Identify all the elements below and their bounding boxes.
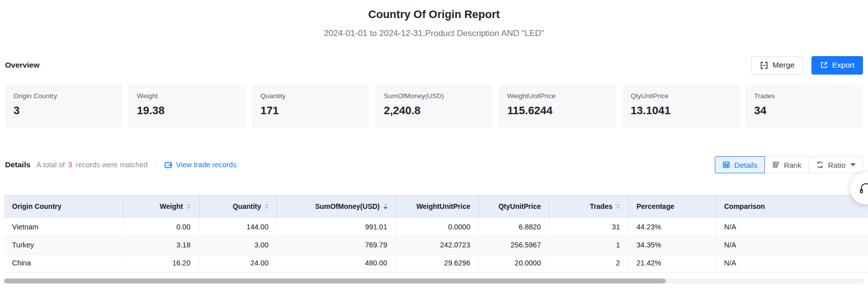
card-label: Origin Country	[14, 92, 114, 100]
table-header-row: Origin Country Weight Quantity SumOfMone…	[4, 195, 868, 218]
cell-weight: 3.18	[123, 236, 199, 254]
card-value: 13.1041	[631, 104, 731, 117]
cell-weight: 16.20	[123, 254, 199, 272]
column-header-trades[interactable]: Trades	[549, 195, 628, 218]
cell-origin-country: China	[4, 254, 123, 272]
table-row-turkey[interactable]: Turkey 3.18 3.00 769.79 242.0723 256.596…	[4, 236, 868, 254]
matched-records-count: 3	[68, 161, 72, 169]
view-trade-records-link[interactable]: View trade records	[164, 161, 237, 169]
cell-comparison: N/A	[716, 218, 868, 236]
view-mode-rank-button[interactable]: Rank	[764, 156, 809, 173]
cell-sum-of-money: 480.00	[277, 254, 395, 272]
cell-trades: 31	[549, 218, 628, 236]
overview-card-sum-of-money: SumOfMoney(USD) 2,240.8	[375, 85, 493, 128]
cell-percentage: 21.42%	[628, 254, 716, 272]
sort-icon-descending-active[interactable]	[383, 203, 387, 209]
cell-comparison: N/A	[716, 254, 868, 272]
ratio-icon	[816, 161, 824, 169]
details-summary: Details A total of 3 records were matche…	[5, 160, 236, 169]
overview-card-quantity: Quantity 171	[252, 85, 369, 128]
column-header-comparison: Comparison	[716, 195, 868, 218]
view-mode-rank-label: Rank	[784, 161, 801, 169]
card-value: 3	[14, 104, 114, 117]
cell-weight-unit-price: 29.6296	[395, 254, 479, 272]
cell-sum-of-money: 991.01	[277, 218, 395, 236]
export-button[interactable]: Export	[811, 56, 863, 75]
view-mode-details-label: Details	[734, 161, 757, 169]
column-header-quantity[interactable]: Quantity	[199, 195, 277, 218]
column-header-percentage: Percentage	[628, 195, 716, 218]
card-label: Weight	[137, 92, 238, 100]
details-section-label: Details	[5, 160, 31, 169]
details-table: Origin Country Weight Quantity SumOfMone…	[4, 195, 868, 272]
table-row-china[interactable]: China 16.20 24.00 480.00 29.6296 20.0000…	[4, 254, 868, 272]
view-mode-details-button[interactable]: Details	[715, 156, 765, 173]
cell-origin-country: Vietnam	[4, 218, 123, 236]
cell-sum-of-money: 769.79	[277, 236, 395, 254]
cell-qty-unit-price: 256.5967	[479, 236, 549, 254]
merge-button[interactable]: Merge	[751, 56, 803, 75]
view-mode-switcher: Details Rank Ratio	[715, 156, 863, 173]
card-value: 19.38	[137, 104, 238, 117]
overview-card-weight: Weight 19.38	[129, 85, 246, 128]
column-header-weight[interactable]: Weight	[123, 195, 199, 218]
sort-icon[interactable]	[265, 203, 269, 209]
overview-section-label: Overview	[5, 61, 40, 70]
summary-suffix: records were matched	[76, 161, 147, 169]
toolbar-row: Overview Merge Export	[5, 56, 863, 75]
toolbar-buttons: Merge Export	[751, 56, 863, 75]
card-value: 115.6244	[507, 104, 608, 117]
cell-quantity: 144.00	[199, 218, 277, 236]
card-label: WeightUnitPrice	[507, 92, 608, 100]
column-header-qty-unit-price: QtyUnitPrice	[479, 195, 549, 218]
column-header-weight-unit-price: WeightUnitPrice	[395, 195, 479, 218]
cell-comparison: N/A	[716, 236, 868, 254]
export-icon	[820, 61, 828, 69]
cell-origin-country: Turkey	[4, 236, 123, 254]
headset-icon	[858, 181, 868, 196]
cell-qty-unit-price: 20.0000	[479, 254, 549, 272]
horizontal-scrollbar-thumb[interactable]	[4, 278, 666, 283]
cell-percentage: 44.23%	[628, 218, 716, 236]
card-label: Trades	[754, 92, 854, 100]
chevron-down-icon	[850, 163, 855, 166]
merge-button-label: Merge	[772, 61, 794, 70]
summary-prefix: A total of	[37, 161, 65, 169]
cell-percentage: 34.35%	[628, 236, 716, 254]
overview-card-weight-unit-price: WeightUnitPrice 115.6244	[499, 85, 616, 128]
card-label: SumOfMoney(USD)	[384, 92, 485, 100]
cell-quantity: 3.00	[199, 236, 277, 254]
export-button-label: Export	[832, 61, 854, 70]
details-table-icon	[722, 161, 730, 169]
page-title: Country Of Origin Report	[0, 0, 868, 21]
overview-card-origin-country: Origin Country 3	[5, 85, 123, 128]
sort-icon[interactable]	[616, 203, 620, 209]
trade-records-icon	[164, 161, 173, 169]
view-mode-ratio-button[interactable]: Ratio	[808, 156, 863, 173]
cell-quantity: 24.00	[199, 254, 277, 272]
details-bar: Details A total of 3 records were matche…	[5, 156, 863, 174]
overview-card-qty-unit-price: QtyUnitPrice 13.1041	[622, 85, 740, 128]
card-value: 171	[260, 104, 361, 117]
column-header-origin-country: Origin Country	[4, 195, 123, 218]
cell-weight-unit-price: 242.0723	[395, 236, 479, 254]
overview-cards: Origin Country 3 Weight 19.38 Quantity 1…	[5, 85, 863, 128]
rank-icon	[772, 161, 780, 169]
card-value: 34	[754, 104, 854, 117]
sort-icon[interactable]	[187, 203, 191, 209]
view-trade-records-label: View trade records	[176, 161, 237, 169]
cell-trades: 2	[549, 254, 628, 272]
view-mode-ratio-label: Ratio	[828, 161, 845, 169]
cell-trades: 1	[549, 236, 628, 254]
merge-icon	[760, 61, 768, 70]
page-subtitle: 2024-01-01 to 2024-12-31,Product Descrip…	[0, 29, 868, 39]
horizontal-scrollbar-track[interactable]	[4, 278, 864, 283]
card-label: Quantity	[260, 92, 361, 100]
column-header-sum-of-money[interactable]: SumOfMoney(USD)	[277, 195, 395, 218]
card-value: 2,240.8	[384, 104, 485, 117]
divider	[156, 161, 156, 169]
card-label: QtyUnitPrice	[631, 92, 731, 100]
overview-card-trades: Trades 34	[745, 85, 863, 128]
details-table-wrapper: Origin Country Weight Quantity SumOfMone…	[4, 195, 868, 272]
table-row-vietnam[interactable]: Vietnam 0.00 144.00 991.01 0.0000 6.8820…	[4, 218, 868, 236]
